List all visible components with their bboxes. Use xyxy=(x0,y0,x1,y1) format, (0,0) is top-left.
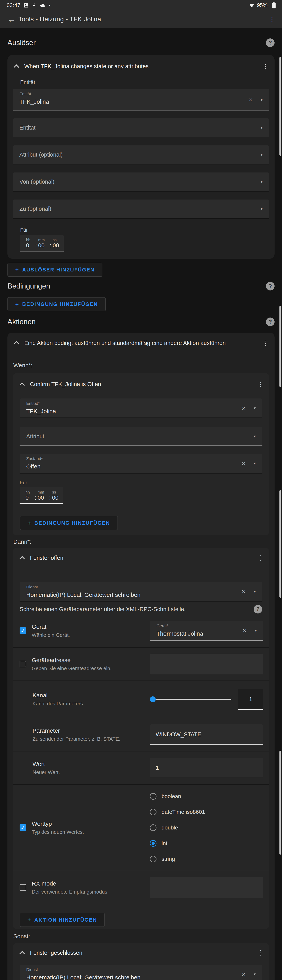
clear-icon[interactable]: × xyxy=(242,627,247,635)
entity-field-secondary[interactable]: Entität ▾ xyxy=(13,118,269,137)
device-address-input[interactable] xyxy=(150,654,263,675)
chevron-up-icon[interactable] xyxy=(13,340,20,346)
overflow-menu-icon[interactable]: ⋮ xyxy=(269,16,275,22)
duration-hours[interactable]: 0 xyxy=(25,495,33,501)
rx-mode-row: RX mode Der verwendete Empfangsmodus. xyxy=(13,871,269,904)
radio-int[interactable]: int xyxy=(150,840,205,847)
rx-mode-label: RX mode xyxy=(32,880,109,887)
add-condition-button[interactable]: + BEDINGUNG HINZUFÜGEN xyxy=(20,516,118,530)
radio-string[interactable]: string xyxy=(150,856,205,862)
radio-datetime[interactable]: dateTime.iso8601 xyxy=(150,809,205,815)
duration-input[interactable]: hh mm ss 0: 00: 00 xyxy=(20,235,63,251)
dropdown-caret-icon[interactable]: ▾ xyxy=(255,628,257,633)
else-kebab-icon[interactable]: ⋮ xyxy=(258,950,264,956)
service-field-value: Homematic(IP) Local: Gerätewert schreibe… xyxy=(26,592,141,598)
value-input[interactable]: 1 xyxy=(150,758,263,778)
chevron-up-icon[interactable] xyxy=(19,381,26,388)
if-then-else-action-card: Eine Aktion bedingt ausführen und standa… xyxy=(8,332,274,980)
dropdown-caret-icon[interactable]: ▾ xyxy=(254,406,256,410)
else-card-header[interactable]: Fenster geschlossen ⋮ xyxy=(13,949,269,957)
condition-state-field[interactable]: Zustand* Offen × ▾ xyxy=(20,454,262,473)
value-type-options: boolean dateTime.iso8601 double int stri… xyxy=(150,793,205,862)
scrollbar[interactable] xyxy=(279,306,281,387)
to-field-label: Zu (optional) xyxy=(19,205,51,212)
dropdown-caret-icon[interactable]: ▾ xyxy=(254,972,256,977)
condition-card-header[interactable]: Confirm TFK_Jolina is Offen ⋮ xyxy=(13,380,269,388)
dropdown-caret-icon[interactable]: ▾ xyxy=(261,125,263,130)
radio-icon xyxy=(150,824,157,831)
if-label: Wenn*: xyxy=(13,362,274,369)
device-address-helper: Geben Sie eine Geräteadresse ein. xyxy=(32,665,112,671)
page-title: Tools - Heizung - TFK Jolina xyxy=(18,16,101,23)
rx-mode-input[interactable] xyxy=(150,877,263,898)
dropdown-caret-icon[interactable]: ▾ xyxy=(254,589,256,594)
then-card-header[interactable]: Fenster offen ⋮ xyxy=(13,554,269,562)
cloud-icon xyxy=(40,2,46,8)
duration-minutes[interactable]: 00 xyxy=(38,242,48,249)
service-field[interactable]: Dienst Homematic(IP) Local: Gerätewert s… xyxy=(20,965,262,980)
chevron-up-icon[interactable] xyxy=(19,950,26,956)
then-kebab-icon[interactable]: ⋮ xyxy=(258,555,264,561)
channel-slider[interactable] xyxy=(150,696,231,703)
dropdown-caret-icon[interactable]: ▾ xyxy=(261,152,263,157)
dropdown-caret-icon[interactable]: ▾ xyxy=(254,461,256,466)
duration-seconds[interactable]: 00 xyxy=(53,242,63,249)
device-address-checkbox[interactable] xyxy=(20,661,26,667)
clear-icon[interactable]: × xyxy=(242,970,246,978)
to-field[interactable]: Zu (optional) ▾ xyxy=(13,199,269,218)
condition-attribute-field[interactable]: Attribut ▾ xyxy=(20,427,262,446)
from-field[interactable]: Von (optional) ▾ xyxy=(13,172,269,191)
condition-entity-field[interactable]: Entität* TFK_Jolina × ▾ xyxy=(20,398,262,418)
channel-value-box[interactable]: 1 xyxy=(238,689,263,710)
dropdown-caret-icon[interactable]: ▾ xyxy=(254,434,256,439)
clear-icon[interactable]: × xyxy=(242,460,246,467)
plus-icon: + xyxy=(27,520,31,526)
clear-icon[interactable]: × xyxy=(242,404,246,412)
attribute-field-label: Attribut (optional) xyxy=(19,151,63,158)
clear-icon[interactable]: × xyxy=(242,588,246,595)
value-type-checkbox[interactable]: ✓ xyxy=(20,824,26,831)
trigger-card-header[interactable]: When TFK_Jolina changes state or any att… xyxy=(8,62,274,71)
rx-mode-checkbox[interactable] xyxy=(20,884,26,891)
parameter-label: Parameter xyxy=(33,727,120,734)
parameter-input[interactable]: WINDOW_STATE xyxy=(150,724,263,745)
radio-boolean[interactable]: boolean xyxy=(150,793,205,800)
add-action-button[interactable]: + AKTION HINZUFÜGEN xyxy=(20,913,105,927)
dropdown-caret-icon[interactable]: ▾ xyxy=(261,207,263,211)
help-icon[interactable]: ? xyxy=(266,282,274,291)
service-field[interactable]: Dienst Homematic(IP) Local: Gerätewert s… xyxy=(20,582,262,601)
duration-hours[interactable]: 0 xyxy=(26,242,34,249)
device-checkbox[interactable]: ✓ xyxy=(20,627,26,634)
scrollbar[interactable] xyxy=(279,751,281,854)
add-condition-button[interactable]: + BEDINGUNG HINZUFÜGEN xyxy=(8,297,106,311)
help-icon[interactable]: ? xyxy=(253,605,262,614)
help-icon[interactable]: ? xyxy=(266,38,274,47)
chevron-up-icon[interactable] xyxy=(19,555,26,561)
dropdown-caret-icon[interactable]: ▾ xyxy=(261,97,263,102)
charging-bolt-icon xyxy=(32,2,37,8)
attribute-field[interactable]: Attribut (optional) ▾ xyxy=(13,145,269,164)
scrollbar[interactable] xyxy=(279,57,281,156)
condition-kebab-icon[interactable]: ⋮ xyxy=(258,382,264,387)
triggers-heading-row: Auslöser ? xyxy=(8,38,274,47)
parameter-row: Parameter Zu sendender Parameter, z. B. … xyxy=(13,718,269,751)
device-field[interactable]: Gerät* Thermostat Jolina × ▾ xyxy=(150,621,263,641)
radio-double[interactable]: double xyxy=(150,824,205,831)
duration-seconds[interactable]: 00 xyxy=(52,495,62,501)
entity-field[interactable]: Entität TFK_Jolina × ▾ xyxy=(13,89,269,111)
slider-thumb[interactable] xyxy=(150,697,156,702)
action-card-header[interactable]: Eine Aktion bedingt ausführen und standa… xyxy=(8,339,274,347)
condition-card-title: Confirm TFK_Jolina is Offen xyxy=(30,381,258,388)
chevron-up-icon[interactable] xyxy=(13,63,20,70)
device-address-row: Geräteadresse Geben Sie eine Geräteadres… xyxy=(13,647,269,681)
dropdown-caret-icon[interactable]: ▾ xyxy=(261,179,263,184)
action-kebab-icon[interactable]: ⋮ xyxy=(262,340,269,346)
back-arrow-icon[interactable]: ← xyxy=(5,15,18,24)
scrollbar[interactable] xyxy=(279,490,281,598)
duration-minutes[interactable]: 00 xyxy=(38,495,48,501)
help-icon[interactable]: ? xyxy=(266,318,274,326)
add-trigger-button[interactable]: + AUSLÖSER HINZUFÜGEN xyxy=(8,262,102,277)
trigger-kebab-icon[interactable]: ⋮ xyxy=(262,64,269,69)
clear-icon[interactable]: × xyxy=(249,96,252,104)
duration-input[interactable]: hh mm ss 0: 00: 00 xyxy=(20,487,63,504)
